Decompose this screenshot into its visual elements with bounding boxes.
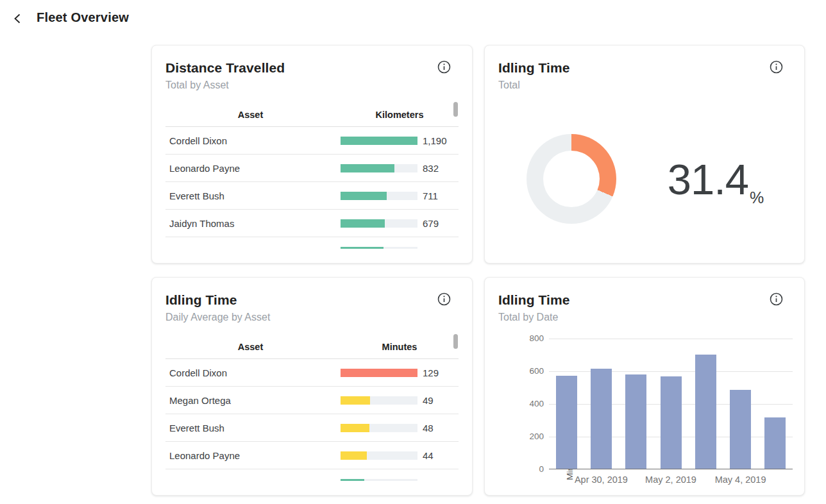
asset-value: 679 bbox=[423, 218, 459, 229]
value-bar-track bbox=[341, 396, 417, 405]
value-bar-fill bbox=[341, 369, 417, 377]
value-bar-fill bbox=[341, 479, 364, 481]
donut-value-unit: % bbox=[750, 189, 764, 207]
value-bar-fill bbox=[341, 424, 369, 432]
table-row[interactable]: Leonardo Payne44 bbox=[165, 442, 459, 469]
column-header-asset: Asset bbox=[165, 342, 335, 352]
value-bar-track bbox=[341, 479, 417, 481]
asset-value: 44 bbox=[423, 450, 459, 461]
value-bar-fill bbox=[341, 247, 384, 249]
card-idling-time-by-date: Idling Time Total by Date Minutes 020040… bbox=[484, 277, 805, 496]
asset-name: Megan Ortega bbox=[169, 395, 335, 406]
donut-value-number: 31.4 bbox=[668, 155, 748, 204]
value-bar-track bbox=[341, 451, 417, 460]
card-idling-time-total: Idling Time Total 31.4 % bbox=[484, 45, 805, 264]
chart-bar[interactable] bbox=[556, 376, 577, 469]
page-header: Fleet Overview bbox=[0, 0, 826, 36]
info-icon[interactable] bbox=[770, 292, 783, 306]
table-row[interactable] bbox=[165, 237, 459, 249]
chart-bar[interactable] bbox=[764, 417, 786, 469]
value-bar-track bbox=[341, 219, 417, 228]
asset-value: 711 bbox=[423, 190, 459, 201]
column-header-kilometers: Kilometers bbox=[341, 110, 459, 120]
table-body: Cordell Dixon1,190Leonardo Payne832Evere… bbox=[165, 127, 459, 249]
table-row[interactable]: Megan Ortega49 bbox=[165, 387, 459, 414]
column-header-asset: Asset bbox=[165, 110, 335, 120]
donut-chart[interactable] bbox=[527, 134, 616, 224]
value-bar-fill bbox=[341, 137, 417, 145]
asset-name: Cordell Dixon bbox=[169, 367, 335, 378]
info-icon[interactable] bbox=[437, 60, 451, 74]
value-bar-track bbox=[341, 247, 417, 249]
y-axis-tick-label: 400 bbox=[505, 399, 544, 408]
asset-value: 49 bbox=[423, 395, 459, 406]
y-axis-tick-label: 0 bbox=[505, 464, 544, 474]
x-axis-tick-label: May 4, 2019 bbox=[699, 475, 782, 485]
value-bar-track bbox=[341, 164, 417, 172]
asset-name: Leonardo Payne bbox=[169, 163, 335, 174]
table-row[interactable]: Cordell Dixon1,190 bbox=[165, 127, 459, 155]
table-row[interactable]: Cordell Dixon129 bbox=[165, 359, 459, 387]
card-distance-travelled: Distance Travelled Total by Asset Asset … bbox=[151, 45, 473, 264]
table-row[interactable]: Everett Bush48 bbox=[165, 414, 459, 442]
bar-chart: Minutes 0200400600800Apr 30, 2019May 2, … bbox=[549, 339, 793, 469]
asset-name: Cordell Dixon bbox=[169, 135, 335, 146]
card-title: Idling Time bbox=[165, 292, 459, 308]
y-axis-tick-label: 600 bbox=[505, 366, 544, 376]
table-row[interactable]: Everett Bush711 bbox=[165, 182, 459, 210]
chart-bar[interactable] bbox=[695, 355, 716, 469]
chart-gridline bbox=[549, 371, 793, 372]
card-title: Distance Travelled bbox=[165, 60, 459, 76]
chart-bar[interactable] bbox=[591, 369, 612, 469]
y-axis-tick-label: 200 bbox=[505, 432, 544, 441]
page-title: Fleet Overview bbox=[37, 10, 129, 25]
asset-value: 48 bbox=[423, 423, 459, 433]
asset-value: 832 bbox=[423, 163, 459, 174]
back-button[interactable] bbox=[8, 9, 28, 29]
donut-hole bbox=[543, 151, 600, 207]
card-subtitle: Total by Date bbox=[498, 310, 791, 324]
distance-table: Asset Kilometers Cordell Dixon1,190Leona… bbox=[165, 103, 459, 249]
asset-value: 1,190 bbox=[423, 135, 459, 146]
info-icon[interactable] bbox=[770, 60, 783, 74]
table-header-row: Asset Kilometers bbox=[165, 103, 459, 127]
asset-value: 129 bbox=[423, 367, 459, 378]
card-title: Idling Time bbox=[498, 60, 791, 76]
chevron-left-icon bbox=[12, 13, 24, 26]
card-subtitle: Total by Asset bbox=[165, 78, 459, 92]
value-bar-fill bbox=[341, 164, 394, 172]
value-bar-track bbox=[341, 369, 417, 377]
table-body: Cordell Dixon129Megan Ortega49Everett Bu… bbox=[165, 359, 459, 481]
scrollbar-thumb[interactable] bbox=[453, 102, 458, 117]
chart-bar[interactable] bbox=[661, 376, 682, 469]
value-bar-track bbox=[341, 137, 417, 145]
table-row[interactable]: Jaidyn Thomas679 bbox=[165, 210, 459, 237]
card-subtitle: Total bbox=[498, 78, 791, 92]
value-bar-track bbox=[341, 424, 417, 432]
scrollbar-thumb[interactable] bbox=[453, 334, 458, 349]
idling-table: Asset Minutes Cordell Dixon129Megan Orte… bbox=[165, 335, 459, 481]
table-row[interactable]: Leonardo Payne832 bbox=[165, 155, 459, 182]
donut-value: 31.4 % bbox=[636, 134, 796, 224]
card-subtitle: Daily Average by Asset bbox=[165, 310, 459, 324]
chart-bar[interactable] bbox=[730, 390, 751, 469]
table-row[interactable] bbox=[165, 469, 459, 481]
x-axis-line bbox=[549, 469, 793, 469]
value-bar-fill bbox=[341, 396, 370, 405]
asset-name: Everett Bush bbox=[169, 190, 335, 201]
chart-gridline bbox=[549, 339, 793, 339]
card-title: Idling Time bbox=[498, 292, 791, 308]
asset-name: Everett Bush bbox=[169, 423, 335, 433]
value-bar-fill bbox=[341, 192, 387, 200]
asset-name: Jaidyn Thomas bbox=[169, 218, 335, 229]
card-idling-time-daily-average: Idling Time Daily Average by Asset Asset… bbox=[151, 277, 473, 496]
chart-bar[interactable] bbox=[625, 374, 646, 469]
value-bar-fill bbox=[341, 219, 385, 228]
y-axis-tick-label: 800 bbox=[505, 333, 544, 343]
value-bar-track bbox=[341, 192, 417, 200]
column-header-minutes: Minutes bbox=[341, 342, 459, 352]
table-header-row: Asset Minutes bbox=[165, 335, 459, 359]
asset-name: Leonardo Payne bbox=[169, 450, 335, 461]
info-icon[interactable] bbox=[437, 292, 451, 306]
value-bar-fill bbox=[341, 451, 367, 460]
